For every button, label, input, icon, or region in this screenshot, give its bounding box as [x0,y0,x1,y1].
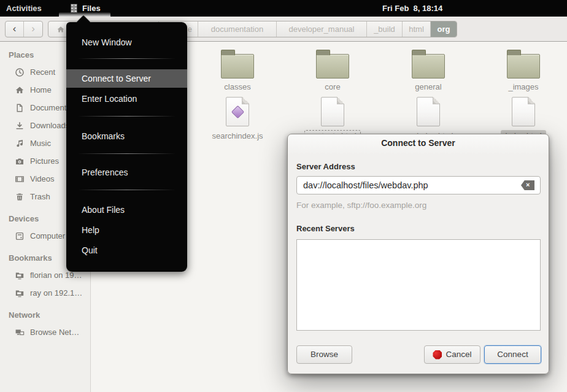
menu-item-help[interactable]: Help [66,221,187,239]
menu-separator [79,153,175,154]
html-file-icon [321,97,344,126]
folder-icon [316,54,349,79]
files-app-menu-popup: New Window Connect to Server Enter Locat… [66,22,187,272]
menu-separator [79,116,175,117]
server-address-label: Server Address [296,162,355,171]
forward-button[interactable]: › [24,21,42,37]
activities-button[interactable]: Activities [6,0,42,17]
breadcrumb-html[interactable]: html [403,21,431,37]
breadcrumb-build[interactable]: _build [367,21,403,37]
sidebar-item-label: Recent [30,67,55,77]
sidebar-item-label: Trash [30,192,50,201]
drive-icon [15,231,25,241]
dialog-title: Connect to Server [288,138,549,148]
sidebar-item-label: Music [30,139,51,148]
browse-button[interactable]: Browse [296,345,352,364]
folder-icon [507,54,540,79]
connect-to-server-dialog: Connect to Server Server Address × For e… [287,134,549,374]
document-icon [15,103,25,113]
back-button[interactable]: ‹ [6,21,24,37]
folder-icon [412,54,445,79]
script-file-icon [226,97,249,126]
folder-images[interactable]: _images [484,48,563,93]
sidebar-item-label: Videos [30,174,55,183]
sidebar-item-label: ray on 192.1… [30,288,82,298]
sidebar-item-label: Downloads [30,121,69,130]
folder-general[interactable]: general [388,48,468,93]
menu-item-enter-location[interactable]: Enter Location [66,90,187,108]
download-icon [15,121,25,131]
menu-item-connect-to-server[interactable]: Connect to Server [66,69,187,88]
sidebar-item-label: Computer [30,231,65,240]
clock-icon [15,67,25,77]
file-searchindex-js[interactable]: searchindex.js [198,96,277,142]
sidebar-heading-network: Network [9,310,90,320]
music-note-icon [15,139,25,148]
trash-icon [15,192,25,202]
nav-button-group: ‹ › [5,21,43,37]
files-app-menu-button[interactable]: Files [59,0,110,17]
menu-arrow-icon [77,15,90,22]
server-address-input[interactable] [296,176,541,194]
sidebar-item-label: Documents [30,103,71,112]
connect-button[interactable]: Connect [484,345,541,364]
home-icon [15,85,25,95]
menu-separator [79,190,175,190]
clock[interactable]: Fri Feb 8, 18:14 [382,0,442,17]
network-icon [15,328,25,337]
folder-label: classes [220,81,255,93]
remote-folder-icon [15,271,25,280]
remote-folder-icon [15,288,25,298]
sidebar-item-label: Browse Net… [30,328,79,337]
menu-item-about-files[interactable]: About Files [66,201,187,219]
server-address-hint: For example, sftp://foo.example.org [296,201,426,210]
screen: Activities Files Fri Feb 8, 18:14 ‹ › H [0,0,567,392]
html-file-icon [417,97,440,126]
home-icon [56,25,65,34]
connect-button-label: Connect [497,346,528,363]
folder-icon [221,54,254,79]
html-file-icon [512,97,535,126]
app-menu-label: Files [82,4,101,13]
menu-item-bookmarks[interactable]: Bookmarks [66,127,187,145]
script-emblem-icon [231,106,244,118]
sidebar-item-label: Pictures [30,156,59,166]
sidebar-item-browse-network[interactable]: Browse Net… [0,323,90,341]
recent-servers-list[interactable] [296,239,541,331]
file-label: searchindex.js [207,130,267,142]
file-cabinet-icon [69,3,79,13]
camera-icon [15,156,25,166]
folder-label: general [411,81,446,93]
folder-label: _images [504,81,542,93]
folder-core[interactable]: core [293,48,372,93]
menu-item-quit[interactable]: Quit [66,241,187,259]
browse-button-label: Browse [310,346,338,363]
clear-glyph: × [526,181,530,188]
menu-item-preferences[interactable]: Preferences [66,163,187,182]
film-icon [15,174,25,184]
top-bar: Activities Files Fri Feb 8, 18:14 [0,0,567,17]
cancel-button-label: Cancel [446,346,471,363]
breadcrumb-org-current[interactable]: org [431,21,457,37]
sidebar-item-label: florian on 19… [30,271,82,280]
sidebar-item-label: Home [30,85,52,94]
menu-separator [79,58,175,59]
folder-classes[interactable]: classes [198,48,277,93]
cancel-button[interactable]: Cancel [424,345,480,364]
folder-label: core [320,81,344,93]
menu-item-new-window[interactable]: New Window [66,33,187,52]
breadcrumb-developer-manual[interactable]: developer_manual [277,21,367,37]
recent-servers-label: Recent Servers [296,224,355,233]
stop-icon [433,350,442,359]
breadcrumb-documentation[interactable]: documentation [198,21,277,37]
sidebar-item-ray[interactable]: ray on 192.1… [0,284,90,302]
